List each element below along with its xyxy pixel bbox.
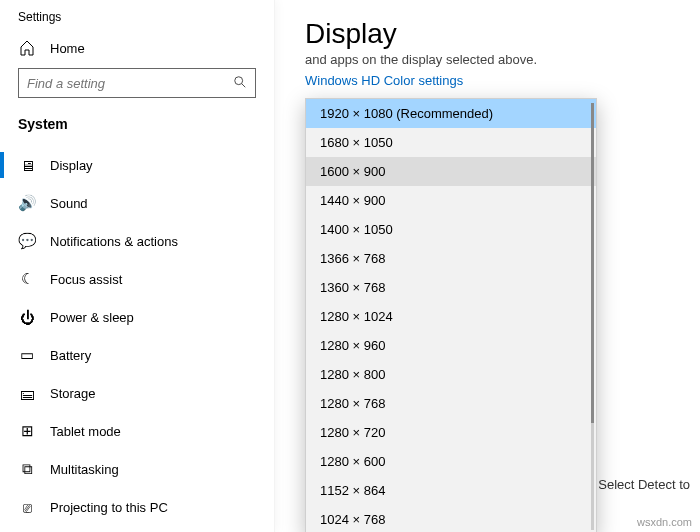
sidebar-item-label: Battery <box>50 348 91 363</box>
sidebar-item-label: Power & sleep <box>50 310 134 325</box>
storage-icon: 🖴 <box>18 385 36 402</box>
svg-point-0 <box>235 76 243 84</box>
sidebar-item-label: Sound <box>50 196 88 211</box>
home-nav[interactable]: Home <box>0 32 274 68</box>
resolution-option[interactable]: 1920 × 1080 (Recommended) <box>306 99 596 128</box>
hd-color-link[interactable]: Windows HD Color settings <box>305 73 463 88</box>
svg-line-1 <box>242 83 246 87</box>
battery-icon: ▭ <box>18 346 36 364</box>
sidebar-item-label: Focus assist <box>50 272 122 287</box>
sidebar-item-label: Notifications & actions <box>50 234 178 249</box>
sidebar-item-storage[interactable]: 🖴Storage <box>0 374 274 412</box>
multitasking-icon: ⧉ <box>18 460 36 478</box>
sidebar-item-label: Projecting to this PC <box>50 500 168 515</box>
sound-icon: 🔊 <box>18 194 36 212</box>
sidebar-item-notifications-actions[interactable]: 💬Notifications & actions <box>0 222 274 260</box>
resolution-option[interactable]: 1600 × 900 <box>306 157 596 186</box>
resolution-option[interactable]: 1024 × 768 <box>306 505 596 532</box>
resolution-option[interactable]: 1280 × 600 <box>306 447 596 476</box>
resolution-dropdown[interactable]: 1920 × 1080 (Recommended)1680 × 10501600… <box>305 98 597 532</box>
resolution-option[interactable]: 1360 × 768 <box>306 273 596 302</box>
sidebar: Settings Home System 🖥Display🔊Sound💬Noti… <box>0 0 275 532</box>
resolution-option[interactable]: 1440 × 900 <box>306 186 596 215</box>
sidebar-item-battery[interactable]: ▭Battery <box>0 336 274 374</box>
projecting-icon: ⎚ <box>18 499 36 516</box>
search-input[interactable] <box>27 76 233 91</box>
sidebar-item-label: Multitasking <box>50 462 119 477</box>
resolution-option[interactable]: 1366 × 768 <box>306 244 596 273</box>
sidebar-section-title: System <box>0 112 274 146</box>
resolution-option[interactable]: 1280 × 1024 <box>306 302 596 331</box>
sidebar-item-sound[interactable]: 🔊Sound <box>0 184 274 222</box>
resolution-option[interactable]: 1280 × 720 <box>306 418 596 447</box>
sidebar-item-display[interactable]: 🖥Display <box>0 146 274 184</box>
notifications-icon: 💬 <box>18 232 36 250</box>
sidebar-item-tablet-mode[interactable]: ⊞Tablet mode <box>0 412 274 450</box>
sidebar-nav: 🖥Display🔊Sound💬Notifications & actions☾F… <box>0 146 274 526</box>
sidebar-item-label: Storage <box>50 386 96 401</box>
window-title: Settings <box>0 0 274 32</box>
tablet-mode-icon: ⊞ <box>18 422 36 440</box>
search-box[interactable] <box>18 68 256 98</box>
home-icon <box>18 40 36 56</box>
focus-assist-icon: ☾ <box>18 270 36 288</box>
sidebar-item-label: Display <box>50 158 93 173</box>
resolution-option[interactable]: 1280 × 768 <box>306 389 596 418</box>
search-icon <box>233 75 247 92</box>
page-subtitle: and apps on the display selected above. <box>305 52 690 67</box>
resolution-option[interactable]: 1400 × 1050 <box>306 215 596 244</box>
sidebar-item-focus-assist[interactable]: ☾Focus assist <box>0 260 274 298</box>
resolution-option[interactable]: 1280 × 800 <box>306 360 596 389</box>
display-icon: 🖥 <box>18 157 36 174</box>
resolution-option[interactable]: 1280 × 960 <box>306 331 596 360</box>
sidebar-item-label: Tablet mode <box>50 424 121 439</box>
sidebar-item-projecting-to-this-pc[interactable]: ⎚Projecting to this PC <box>0 488 274 526</box>
resolution-option[interactable]: 1152 × 864 <box>306 476 596 505</box>
page-title: Display <box>305 18 690 50</box>
sidebar-item-multitasking[interactable]: ⧉Multitasking <box>0 450 274 488</box>
resolution-option[interactable]: 1680 × 1050 <box>306 128 596 157</box>
dropdown-scrollbar[interactable] <box>591 103 594 530</box>
home-label: Home <box>50 41 85 56</box>
power-sleep-icon: ⏻ <box>18 309 36 326</box>
main-panel: Display and apps on the display selected… <box>275 0 700 532</box>
watermark: wsxdn.com <box>637 516 692 528</box>
sidebar-item-power-sleep[interactable]: ⏻Power & sleep <box>0 298 274 336</box>
